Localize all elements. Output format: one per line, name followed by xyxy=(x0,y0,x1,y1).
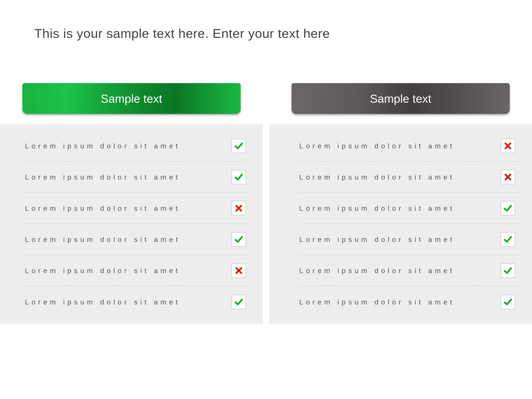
list-item: Lorem ipsum dolor sit amet xyxy=(25,162,250,193)
list-item-label: Lorem ipsum dolor sit amet xyxy=(25,298,180,306)
list-item: Lorem ipsum dolor sit amet xyxy=(299,255,519,286)
cross-icon xyxy=(500,170,515,184)
check-icon xyxy=(500,232,515,247)
list-item-label: Lorem ipsum dolor sit amet xyxy=(25,142,180,150)
check-icon xyxy=(500,294,515,310)
list-item-label: Lorem ipsum dolor sit amet xyxy=(25,267,180,275)
cross-icon xyxy=(231,201,246,216)
check-icon xyxy=(500,263,515,278)
check-icon xyxy=(231,138,246,153)
list-item: Lorem ipsum dolor sit amet xyxy=(25,255,250,286)
list-item-label: Lorem ipsum dolor sit amet xyxy=(299,204,455,212)
cross-icon xyxy=(500,138,515,153)
list-item-label: Lorem ipsum dolor sit amet xyxy=(25,173,180,181)
list-item: Lorem ipsum dolor sit amet xyxy=(25,193,250,224)
list-item: Lorem ipsum dolor sit amet xyxy=(299,162,519,193)
list-item-label: Lorem ipsum dolor sit amet xyxy=(299,142,455,150)
list-item-label: Lorem ipsum dolor sit amet xyxy=(299,298,455,306)
column-left: Sample text Lorem ipsum dolor sit amet L… xyxy=(0,83,263,324)
column-header-container: Sample text xyxy=(0,83,263,116)
check-icon xyxy=(500,201,515,216)
cross-icon xyxy=(231,263,246,278)
check-icon xyxy=(231,170,246,184)
column-right: Sample text Lorem ipsum dolor sit amet L… xyxy=(269,83,532,324)
comparison-columns: Sample text Lorem ipsum dolor sit amet L… xyxy=(0,83,532,324)
list-item-label: Lorem ipsum dolor sit amet xyxy=(25,204,180,212)
column-right-body: Lorem ipsum dolor sit amet Lorem ipsum d… xyxy=(269,124,532,324)
list-item: Lorem ipsum dolor sit amet xyxy=(299,286,519,317)
column-left-body: Lorem ipsum dolor sit amet Lorem ipsum d… xyxy=(0,124,263,324)
list-item-label: Lorem ipsum dolor sit amet xyxy=(299,173,455,181)
check-icon xyxy=(231,294,246,310)
column-header-green: Sample text xyxy=(22,83,241,114)
list-item-label: Lorem ipsum dolor sit amet xyxy=(25,235,180,244)
list-item-label: Lorem ipsum dolor sit amet xyxy=(299,235,455,244)
list-item-label: Lorem ipsum dolor sit amet xyxy=(299,267,455,275)
slide-page: This is your sample text here. Enter you… xyxy=(0,0,532,399)
list-item: Lorem ipsum dolor sit amet xyxy=(299,131,519,162)
list-item: Lorem ipsum dolor sit amet xyxy=(25,286,250,317)
check-icon xyxy=(231,232,246,247)
list-item: Lorem ipsum dolor sit amet xyxy=(299,224,519,255)
list-item: Lorem ipsum dolor sit amet xyxy=(25,224,250,255)
list-item: Lorem ipsum dolor sit amet xyxy=(299,193,519,224)
column-header-container: Sample text xyxy=(269,83,532,116)
page-title: This is your sample text here. Enter you… xyxy=(34,26,330,41)
list-item: Lorem ipsum dolor sit amet xyxy=(25,131,250,162)
column-header-gray: Sample text xyxy=(291,83,510,114)
